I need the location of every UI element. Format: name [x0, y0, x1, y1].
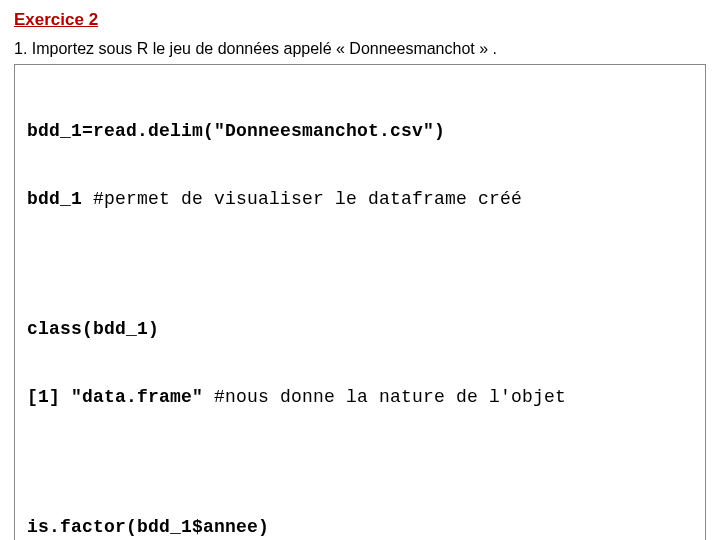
- code-block-2: class(bdd_1) [1] "data.frame" #nous donn…: [27, 273, 693, 453]
- code-line: [1] "data.frame" #nous donne la nature d…: [27, 386, 693, 409]
- code-text: [1] "data.frame": [27, 387, 214, 407]
- exercise-title: Exercice 2: [14, 10, 706, 30]
- exercise-page: Exercice 2 1. Importez sous R le jeu de …: [0, 0, 720, 540]
- code-text: class(bdd_1): [27, 319, 159, 339]
- code-comment: #nous donne la nature de l'objet: [214, 387, 566, 407]
- code-line: class(bdd_1): [27, 318, 693, 341]
- code-line: bdd_1 #permet de visualiser le dataframe…: [27, 188, 693, 211]
- code-text: bdd_1: [27, 189, 93, 209]
- code-block-3: is.factor(bdd_1$annee) [1] TRUE # nous d…: [27, 471, 693, 540]
- code-text: is.factor(bdd_1$annee): [27, 517, 269, 537]
- code-block-1: bdd_1=read.delim("Donneesmanchot.csv") b…: [27, 75, 693, 255]
- code-comment: #permet de visualiser le dataframe créé: [93, 189, 522, 209]
- code-text: bdd_1=read.delim("Donneesmanchot.csv"): [27, 121, 445, 141]
- code-box: bdd_1=read.delim("Donneesmanchot.csv") b…: [14, 64, 706, 540]
- code-line: bdd_1=read.delim("Donneesmanchot.csv"): [27, 120, 693, 143]
- exercise-intro: 1. Importez sous R le jeu de données app…: [14, 40, 706, 58]
- code-line: is.factor(bdd_1$annee): [27, 516, 693, 539]
